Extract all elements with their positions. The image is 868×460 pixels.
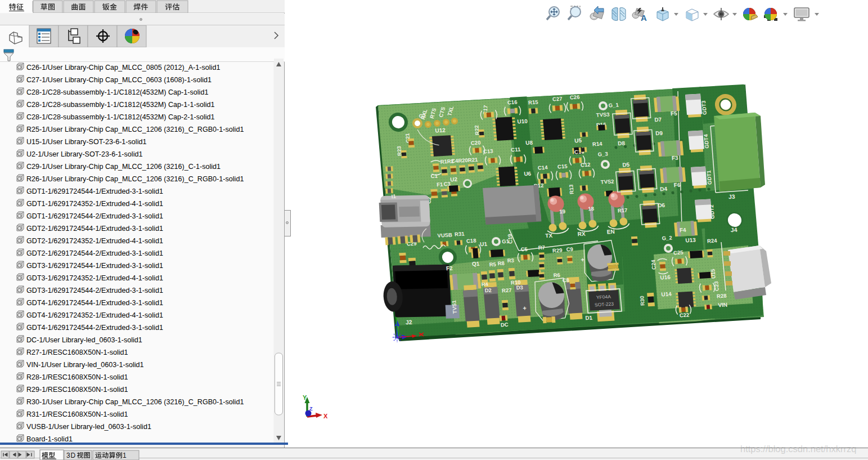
svg-text:VIN: VIN [718, 302, 728, 309]
svg-text:C18: C18 [466, 238, 476, 244]
svg-text:D1: D1 [585, 315, 593, 321]
svg-text:D8: D8 [618, 140, 626, 147]
svg-text:U2-1/User Library-SOT-23-6-1-s: U2-1/User Library-SOT-23-6-1-solid1 [26, 150, 142, 158]
svg-text:VUSB-1/User Library-led_0603-1: VUSB-1/User Library-led_0603-1-solid1 [26, 423, 151, 431]
svg-text:U2: U2 [450, 176, 458, 183]
svg-text:GDT4-1/6291724544-1/Extruded-3: GDT4-1/6291724544-1/Extruded-3-1-solid1 [26, 299, 163, 307]
svg-text:C16: C16 [507, 99, 518, 106]
svg-text:R26-1/User Library-Chip Cap_ML: R26-1/User Library-Chip Cap_MLCC_1206 (3… [26, 175, 244, 183]
svg-text:R14: R14 [592, 140, 603, 147]
svg-text:C23: C23 [713, 281, 719, 291]
svg-text:R15: R15 [528, 99, 539, 106]
svg-text:R8: R8 [497, 260, 505, 267]
svg-text:J2: J2 [405, 319, 412, 326]
svg-text:GDT1-1/6291724352-1/Extruded-4: GDT1-1/6291724352-1/Extruded-4-1-solid1 [26, 200, 163, 208]
svg-text:C14: C14 [538, 164, 548, 171]
svg-text:GDT1-1/6291724544-1/Extruded-3: GDT1-1/6291724544-1/Extruded-3-1-solid1 [26, 187, 163, 195]
svg-text:+: + [581, 256, 584, 263]
svg-text:C13: C13 [483, 148, 493, 155]
svg-text:GDT3-1/6291724544-1/Extruded-3: GDT3-1/6291724544-1/Extruded-3-1-solid1 [26, 262, 163, 270]
svg-text:R24: R24 [707, 237, 718, 244]
svg-text:D6: D6 [658, 202, 665, 209]
svg-text:GDT1-1/6291724544-2/Extruded-3: GDT1-1/6291724544-2/Extruded-3-1-solid1 [26, 212, 163, 220]
svg-text:GDT2-1/6291724544-2/Extruded-3: GDT2-1/6291724544-2/Extruded-3-1-solid1 [26, 249, 163, 257]
svg-text:1: 1 [123, 452, 127, 459]
svg-text:Y: Y [303, 394, 307, 401]
svg-text:Q1: Q1 [472, 261, 480, 267]
svg-text:GDT4-1/6291724544-2/Extruded-3: GDT4-1/6291724544-2/Extruded-3-1-solid1 [26, 324, 163, 332]
svg-text:+: + [523, 305, 527, 311]
svg-text:DC-1/User Library-led_0603-1-s: DC-1/User Library-led_0603-1-solid1 [26, 336, 142, 344]
svg-text:TX: TX [545, 233, 553, 239]
svg-text:C22: C22 [679, 312, 689, 319]
svg-text:GDT3-1/6291724544-2/Extruded-3: GDT3-1/6291724544-2/Extruded-3-1-solid1 [26, 287, 163, 294]
svg-text:C29-1/User Library-Chip Cap_ML: C29-1/User Library-Chip Cap_MLCC_1206 (3… [26, 163, 221, 171]
svg-text:J4: J4 [730, 226, 737, 234]
svg-text:C11: C11 [511, 146, 521, 153]
svg-text:RX: RX [577, 231, 586, 238]
svg-text:GDT1: GDT1 [705, 170, 713, 185]
svg-text:D5: D5 [622, 162, 630, 168]
svg-text:U13: U13 [685, 236, 696, 243]
svg-text:U5: U5 [574, 137, 582, 144]
svg-text:EN: EN [606, 229, 615, 235]
svg-text:R5: R5 [489, 261, 497, 268]
svg-text:R28-1/RESC1608X50N-1-solid1: R28-1/RESC1608X50N-1-solid1 [26, 373, 128, 381]
svg-text:TVS3: TVS3 [596, 111, 610, 118]
svg-text:Board-1-solid1: Board-1-solid1 [26, 435, 73, 443]
svg-text:19: 19 [559, 208, 565, 215]
svg-text:G_2: G_2 [662, 235, 672, 242]
svg-text:GDT4-1/6291724352-1/Extruded-4: GDT4-1/6291724352-1/Extruded-4-1-solid1 [26, 311, 163, 319]
svg-text:3: 3 [66, 452, 70, 459]
svg-text:C28-1/C28-subassembly-1-1/C181: C28-1/C28-subassembly-1-1/C1812(4532M) C… [26, 88, 208, 96]
svg-text:C25: C25 [673, 249, 684, 256]
svg-text:D9: D9 [655, 130, 663, 137]
svg-text:C27: C27 [552, 96, 563, 102]
svg-text:YF04A: YF04A [596, 294, 611, 300]
svg-text:F3: F3 [671, 155, 678, 162]
svg-text:F6: F6 [673, 182, 681, 189]
svg-text:GDT4: GDT4 [703, 134, 710, 149]
svg-text:U10: U10 [517, 118, 528, 124]
svg-text:18: 18 [588, 206, 594, 212]
svg-text:C28-1/C28-subassembly-1-1/C181: C28-1/C28-subassembly-1-1/C1812(4532M) C… [26, 101, 215, 109]
svg-text:U12: U12 [435, 127, 446, 133]
svg-text:U15-1/User Library-SOT-23-6-1-: U15-1/User Library-SOT-23-6-1-solid1 [26, 138, 146, 146]
svg-text:C24: C24 [650, 259, 657, 270]
svg-text:R29-1/RESC1608X50N-1-solid1: R29-1/RESC1608X50N-1-solid1 [26, 386, 128, 394]
svg-text:Z: Z [309, 406, 313, 412]
svg-text:F5: F5 [670, 110, 677, 117]
svg-text:F1: F1 [437, 181, 444, 188]
svg-text:VUSB: VUSB [437, 231, 452, 238]
svg-text:R6: R6 [553, 272, 560, 279]
svg-text:R25-1/User Library-Chip Cap_ML: R25-1/User Library-Chip Cap_MLCC_1206 (3… [26, 126, 244, 133]
svg-text:C26-1/User Library-Chip Cap_ML: C26-1/User Library-Chip Cap_MLCC_0805 (2… [26, 64, 220, 72]
svg-text:C9: C9 [566, 246, 573, 253]
svg-text:D4: D4 [660, 186, 668, 193]
svg-text:J3: J3 [728, 193, 735, 200]
svg-text:U8: U8 [525, 140, 533, 146]
svg-text:R30: R30 [638, 296, 645, 306]
svg-text:R13: R13 [568, 184, 574, 194]
svg-text:R17: R17 [617, 207, 627, 214]
svg-text:R3: R3 [507, 257, 514, 264]
svg-text:R29: R29 [552, 247, 563, 254]
svg-text:D7: D7 [654, 117, 662, 123]
svg-text:TVS1: TVS1 [451, 300, 458, 314]
svg-text:GDT3-1/6291724352-1/Extruded-4: GDT3-1/6291724352-1/Extruded-4-1-solid1 [26, 274, 163, 282]
svg-text:D: D [70, 452, 75, 459]
svg-text:R28: R28 [717, 293, 727, 300]
svg-text:C28-1/C28-subassembly-1-1/C181: C28-1/C28-subassembly-1-1/C1812(4532M) C… [26, 113, 215, 121]
svg-text:VIN-1/User Library-led_0603-1-: VIN-1/User Library-led_0603-1-solid1 [26, 361, 144, 369]
svg-text:X: X [323, 413, 328, 419]
svg-text:R30-1/User Library-Chip Cap_ML: R30-1/User Library-Chip Cap_MLCC_1206 (3… [26, 398, 244, 406]
svg-text:C5: C5 [520, 246, 528, 253]
svg-text:R7: R7 [538, 244, 545, 251]
svg-text:U6: U6 [524, 171, 532, 177]
svg-text:C20: C20 [471, 140, 481, 146]
svg-text:U15: U15 [709, 269, 717, 279]
svg-text:C27-1/User Library-Chip Cap_ML: C27-1/User Library-Chip Cap_MLCC_0603 (1… [26, 76, 212, 84]
svg-text:C1: C1 [430, 173, 438, 180]
svg-text:C19: C19 [506, 234, 513, 244]
svg-text:R31: R31 [455, 231, 465, 238]
